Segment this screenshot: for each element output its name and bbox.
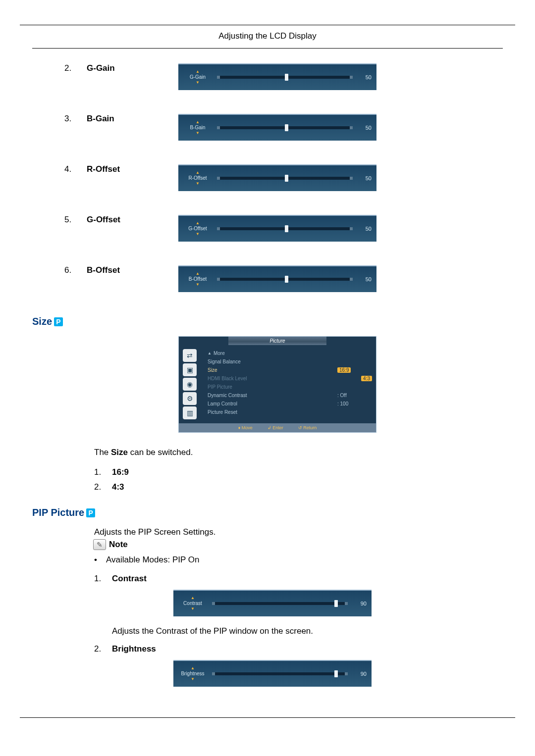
slider-row: 6.B-Offset▲B-Offset▼50: [64, 265, 503, 292]
arrow-up-icon: ▲: [183, 120, 212, 124]
osd-menu-title: Picture: [228, 337, 326, 345]
osd-slider: ▲B-Gain▼50: [178, 114, 376, 141]
pip-title-text: PIP Picture: [32, 507, 84, 518]
osd-contrast-slider: ▲ Contrast ▼ 90: [173, 590, 372, 616]
slider-name: B-Gain: [87, 114, 173, 124]
setup-icon: ⚙: [183, 392, 197, 405]
list-number: 4.: [64, 164, 87, 174]
slider-value: 50: [358, 125, 372, 131]
note-icon: ✎: [93, 539, 106, 550]
slider-track: [217, 177, 353, 180]
arrow-up-icon: ▲: [183, 171, 212, 175]
slider-track: [217, 227, 353, 230]
osd-menu-item: PIP Picture: [208, 383, 372, 391]
note-row: ✎ Note: [93, 539, 503, 550]
p-badge-icon: P: [86, 508, 95, 517]
osd-item-label: Size: [208, 366, 337, 374]
size-options-list: 1.16:92.4:3: [94, 467, 503, 492]
pip-brightness-block: 2. Brightness ▲ Brightness ▼ 90: [94, 644, 503, 687]
osd-slider-label: Brightness: [181, 671, 204, 676]
arrow-up-icon: ▲: [183, 221, 212, 225]
multi-icon: ▥: [183, 406, 197, 419]
option-label: 4:3: [112, 482, 124, 492]
slider-name: R-Offset: [87, 164, 173, 174]
note-label: Note: [109, 540, 128, 550]
footer-enter: ↲ Enter: [268, 425, 283, 430]
content: 2.G-Gain▲G-Gain▼503.B-Gain▲B-Gain▼504.R-…: [32, 49, 503, 687]
footer-move: ♦ Move: [238, 425, 253, 430]
slider-track: [217, 278, 353, 281]
osd-item-label: Signal Balance: [208, 357, 337, 366]
osd-item-label: Picture Reset: [208, 408, 337, 416]
list-number: 1.: [94, 467, 112, 477]
slider-thumb: [285, 225, 288, 232]
bullet-dot: •: [94, 555, 106, 565]
osd-menu-item: Dynamic Contrast: Off: [208, 391, 372, 400]
available-modes: • Available Modes: PIP On: [94, 555, 503, 565]
slider-value: 50: [358, 74, 372, 80]
osd-item-value: : 100: [337, 400, 372, 408]
section-title-pip: PIP Picture P: [32, 507, 503, 518]
slider-value: 50: [358, 276, 372, 282]
list-number: 2.: [64, 63, 87, 73]
osd-slider: ▲G-Offset▼50: [178, 215, 376, 242]
slider-row: 4.R-Offset▲R-Offset▼50: [64, 164, 503, 191]
osd-item-label: Dynamic Contrast: [208, 391, 337, 400]
contrast-desc: Adjusts the Contrast of the PIP window o…: [112, 626, 503, 636]
osd-menu-footer: ♦ Move ↲ Enter ↺ Return: [179, 423, 376, 432]
slider-value: 50: [358, 175, 372, 181]
osd-slider-label: R-Offset: [188, 175, 207, 181]
osd-menu-body: ⇄ ▣ ◉ ⚙ ▥ More Signal BalanceSize16:9HDM…: [179, 345, 376, 423]
arrow-up-icon: ▲: [183, 70, 212, 74]
footer-return: ↺ Return: [298, 425, 317, 430]
arrow-down-icon: ▼: [183, 283, 212, 287]
arrow-up-icon: ▲: [178, 666, 207, 670]
osd-item-value: 4:3: [361, 376, 372, 381]
osd-item-more: More: [208, 349, 372, 357]
slider-thumb: [285, 124, 288, 131]
slider-row: 5.G-Offset▲G-Offset▼50: [64, 215, 503, 242]
pip-contrast-block: 1. Contrast ▲ Contrast ▼ 90 Adjusts the …: [94, 574, 503, 636]
slider-value: 50: [358, 226, 372, 232]
option-label: 16:9: [112, 467, 129, 477]
list-item: 1.16:9: [94, 467, 503, 477]
osd-slider-label: B-Offset: [189, 276, 207, 282]
slider-value: 90: [353, 671, 367, 677]
slider-track: [212, 602, 348, 605]
osd-item-value: [337, 408, 372, 416]
osd-slider-label: G-Gain: [190, 74, 206, 80]
osd-menu-items: More Signal BalanceSize16:9HDMI Black Le…: [200, 349, 372, 419]
arrow-up-icon: ▲: [183, 272, 212, 276]
osd-slider: ▲R-Offset▼50: [178, 164, 376, 191]
section-title-size: Size P: [32, 316, 503, 327]
osd-menu-item: Size16:9: [208, 366, 372, 374]
osd-menu-item: Picture Reset: [208, 408, 372, 416]
slider-row: 3.B-Gain▲B-Gain▼50: [64, 114, 503, 141]
osd-item-label: HDMI Black Level: [208, 374, 361, 383]
arrow-down-icon: ▼: [183, 81, 212, 85]
arrow-down-icon: ▼: [183, 131, 212, 135]
osd-menu-icons: ⇄ ▣ ◉ ⚙ ▥: [183, 349, 200, 419]
input-icon: ⇄: [183, 349, 197, 362]
osd-brightness-slider: ▲ Brightness ▼ 90: [173, 660, 372, 687]
p-badge-icon: P: [54, 317, 63, 326]
list-number: 1.: [94, 574, 112, 584]
sound-icon: ◉: [183, 378, 197, 391]
size-description: The Size can be switched.: [94, 448, 473, 457]
osd-slider-label: G-Offset: [188, 226, 207, 231]
list-item: 2.4:3: [94, 482, 503, 492]
page: Adjusting the LCD Display 2.G-Gain▲G-Gai…: [20, 25, 515, 718]
picture-icon: ▣: [183, 363, 197, 376]
gain-offset-list: 2.G-Gain▲G-Gain▼503.B-Gain▲B-Gain▼504.R-…: [64, 63, 503, 292]
slider-thumb: [285, 175, 288, 182]
osd-slider-label: Contrast: [183, 601, 202, 606]
osd-picture-menu: Picture ⇄ ▣ ◉ ⚙ ▥ More Signal BalanceSiz…: [178, 336, 376, 433]
list-number: 2.: [94, 644, 112, 654]
osd-slider: ▲B-Offset▼50: [178, 265, 376, 292]
page-title: Adjusting the LCD Display: [32, 25, 503, 49]
list-number: 3.: [64, 114, 87, 124]
pip-intro: Adjusts the PIP Screen Settings.: [94, 527, 473, 537]
slider-value: 90: [353, 601, 367, 606]
osd-item-value: 16:9: [337, 367, 351, 373]
list-number: 5.: [64, 215, 87, 225]
